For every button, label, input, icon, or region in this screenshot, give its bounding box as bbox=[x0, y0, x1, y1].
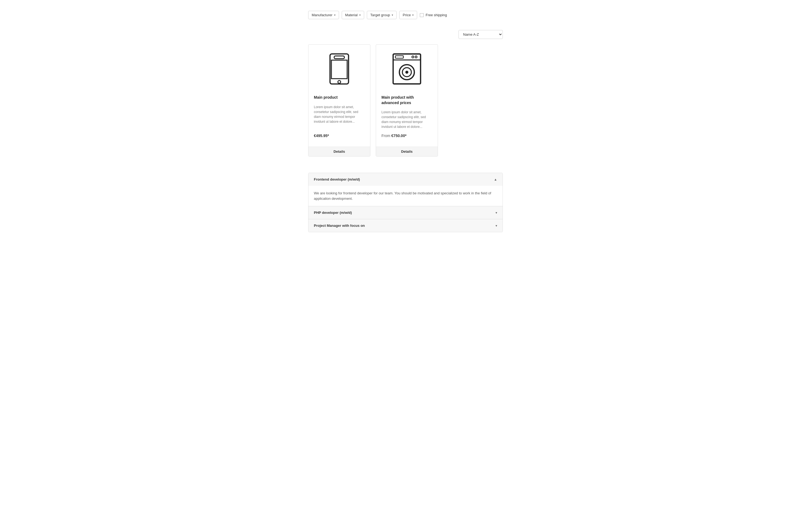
product-price-value-2: €750.00* bbox=[392, 134, 407, 138]
job-item-1: Frontend developer (m/w/d) ▲ We are look… bbox=[308, 173, 503, 206]
job-listings: Frontend developer (m/w/d) ▲ We are look… bbox=[308, 173, 503, 232]
product-card-2: Main product with advanced prices Lorem … bbox=[376, 44, 438, 156]
manufacturer-chevron-icon: ▾ bbox=[334, 14, 336, 16]
svg-rect-1 bbox=[334, 56, 345, 59]
svg-rect-6 bbox=[396, 56, 403, 58]
free-shipping-checkbox[interactable] bbox=[420, 13, 424, 17]
material-filter[interactable]: Material ▾ bbox=[342, 11, 364, 19]
details-button-1[interactable]: Details bbox=[308, 147, 370, 156]
free-shipping-filter[interactable]: Free shipping bbox=[420, 13, 447, 17]
product-description-1: Lorem ipsum dolor sit amet, consetetur s… bbox=[314, 105, 365, 130]
svg-point-7 bbox=[412, 56, 414, 58]
product-price-value-1: €495.95* bbox=[314, 134, 329, 138]
price-label: Price bbox=[403, 13, 411, 17]
svg-rect-2 bbox=[332, 60, 347, 79]
product-image-2 bbox=[376, 45, 438, 91]
job-header-3[interactable]: Project Manager with focus on ▾ bbox=[308, 219, 503, 232]
product-info-1: Main product Lorem ipsum dolor sit amet,… bbox=[308, 91, 370, 147]
target-group-label: Target group bbox=[370, 13, 390, 17]
svg-point-3 bbox=[338, 80, 341, 83]
product-price-prefix-2: From bbox=[381, 134, 392, 138]
job-item-3: Project Manager with focus on ▾ We are l… bbox=[308, 219, 503, 232]
job-chevron-up-icon-1: ▲ bbox=[494, 178, 497, 181]
material-chevron-icon: ▾ bbox=[359, 14, 361, 16]
manufacturer-filter[interactable]: Manufacturer ▾ bbox=[308, 11, 339, 19]
product-price-2: From €750.00* bbox=[381, 134, 432, 138]
filter-bar: Manufacturer ▾ Material ▾ Target group ▾… bbox=[308, 11, 503, 19]
product-description-2: Lorem ipsum dolor sit amet, consetetur s… bbox=[381, 110, 432, 129]
target-group-chevron-icon: ▾ bbox=[392, 14, 393, 16]
phone-icon bbox=[323, 53, 355, 85]
manufacturer-label: Manufacturer bbox=[312, 13, 333, 17]
job-title-1: Frontend developer (m/w/d) bbox=[314, 177, 360, 181]
job-chevron-down-icon-3: ▾ bbox=[495, 224, 497, 228]
product-info-2: Main product with advanced prices Lorem … bbox=[376, 91, 438, 147]
product-image-1 bbox=[308, 45, 370, 91]
product-card-1: Main product Lorem ipsum dolor sit amet,… bbox=[308, 44, 370, 156]
job-title-3: Project Manager with focus on bbox=[314, 224, 365, 228]
product-name-2: Main product with advanced prices bbox=[381, 95, 432, 105]
price-chevron-icon: ▾ bbox=[412, 14, 414, 16]
svg-rect-5 bbox=[393, 54, 420, 60]
sort-bar: Name A-Z Name Z-A Price ascending Price … bbox=[308, 30, 503, 39]
svg-point-11 bbox=[405, 71, 408, 74]
job-chevron-down-icon-2: ▾ bbox=[495, 211, 497, 215]
target-group-filter[interactable]: Target group ▾ bbox=[367, 11, 397, 19]
job-header-2[interactable]: PHP developer (m/w/d) ▾ bbox=[308, 206, 503, 219]
washer-icon bbox=[391, 53, 423, 85]
job-item-2: PHP developer (m/w/d) ▾ We are looking f… bbox=[308, 206, 503, 219]
price-filter[interactable]: Price ▾ bbox=[399, 11, 417, 19]
svg-point-8 bbox=[415, 56, 417, 58]
job-content-1: We are looking for frontend developer fo… bbox=[308, 186, 503, 206]
product-price-1: €495.95* bbox=[314, 134, 365, 138]
material-label: Material bbox=[345, 13, 358, 17]
job-title-2: PHP developer (m/w/d) bbox=[314, 211, 352, 215]
product-grid: Main product Lorem ipsum dolor sit amet,… bbox=[308, 44, 503, 156]
details-button-2[interactable]: Details bbox=[376, 147, 438, 156]
job-header-1[interactable]: Frontend developer (m/w/d) ▲ bbox=[308, 173, 503, 186]
job-description-1: We are looking for frontend developer fo… bbox=[314, 191, 491, 201]
free-shipping-label-text: Free shipping bbox=[426, 13, 447, 17]
product-name-1: Main product bbox=[314, 95, 365, 100]
sort-select[interactable]: Name A-Z Name Z-A Price ascending Price … bbox=[458, 30, 503, 39]
